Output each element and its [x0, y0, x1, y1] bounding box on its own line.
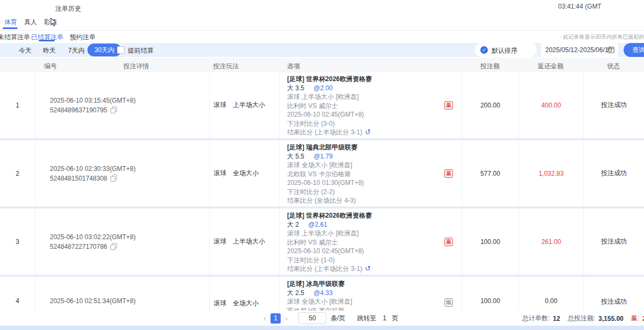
search-button[interactable]: 查询	[624, 43, 644, 57]
totals-summary: 总计单数: 12 总投注额: 3,155.00 赢: 2251.41	[522, 314, 644, 323]
copy-icon[interactable]	[111, 106, 117, 113]
play-type-cell: 滚球 全场大小	[209, 140, 279, 206]
jump-page-value[interactable]: 1	[383, 314, 386, 322]
play-type: 滚球	[214, 299, 226, 308]
play-type: 滚球	[214, 169, 226, 178]
date-range-picker[interactable]: 2025/05/12-2025/06/10	[541, 43, 618, 57]
odds-value: @4.33	[313, 289, 333, 297]
pick-line: 大 2.5 @4.33	[287, 289, 462, 298]
league-name: [足球] 冰岛甲级联赛	[287, 279, 462, 289]
page-title: 注单历史	[55, 4, 81, 13]
default-sort-button[interactable]: ✓ 默认排序	[475, 43, 537, 57]
filter-yesterday[interactable]: 昨天	[43, 46, 56, 55]
replay-icon[interactable]: ↺	[365, 128, 371, 136]
result-score: 结果比分 (上半场比分 3-1)	[287, 265, 362, 272]
odds-value: @1.79	[313, 153, 333, 160]
row-number: 4	[0, 277, 35, 311]
result-score: 结果比分 (全场比分 4-3)	[287, 197, 356, 204]
order-number-line: 5248489637190795	[50, 105, 209, 115]
market-type: 滚球 全场大小 [欧洲盘]	[287, 161, 462, 170]
play-type-cell: 滚球 上半场大小	[209, 209, 279, 275]
lose-badge: 输	[444, 298, 453, 307]
replay-icon[interactable]: ↺	[365, 264, 371, 272]
subtab-reserved[interactable]: 预约注单	[70, 33, 96, 42]
order-number: 5248487227170786	[50, 243, 107, 250]
tab-sports[interactable]: 体育	[4, 18, 17, 27]
jump-page-suffix: 页	[392, 314, 398, 323]
current-page-button[interactable]: 1	[270, 313, 281, 324]
check-circle-icon: ✓	[480, 46, 488, 54]
bet-time: 2025-06-10 02:30:33(GMT+8)	[50, 164, 209, 174]
play-name: 全场大小	[233, 169, 259, 178]
calendar-icon	[608, 46, 614, 53]
match-time: 2025-06-10 02:45(GMT+8)	[287, 247, 462, 256]
bet-details-cell: 2025-06-10 02:51:34(GMT+8)	[35, 277, 209, 311]
bet-time-score: 下注时比分 (3-0)	[287, 119, 462, 128]
bet-details-cell: 2025-06-10 02:30:33(GMT+8) 5248481501748…	[35, 140, 209, 206]
match-teams: 比利时 VS 威尔士	[287, 102, 462, 111]
page-size-input[interactable]	[298, 312, 326, 324]
copy-icon[interactable]	[111, 243, 117, 250]
col-header-details: 投注详情	[123, 62, 149, 71]
pick-line: 大 3.5 @2.00	[287, 84, 462, 93]
filter-today[interactable]: 今天	[19, 46, 32, 55]
table-row: 4 2025-06-10 02:51:34(GMT+8) 滚球 全场大小 [足球…	[0, 277, 644, 311]
match-teams: 北欧联 VS 卡尔伯格斯	[287, 170, 462, 179]
stake-amount: 100.00	[462, 209, 518, 275]
play-name: 上半场大小	[233, 237, 265, 246]
pick-selection: 大 2.5	[287, 289, 304, 297]
col-header-payout: 返还金额	[538, 62, 564, 71]
play-type: 滚球	[214, 237, 226, 246]
col-header-play: 投注玩法	[213, 62, 239, 71]
prev-page-button[interactable]: ‹	[261, 313, 268, 324]
copy-icon[interactable]	[111, 175, 117, 182]
filter-7days[interactable]: 7天内	[68, 46, 85, 55]
bet-status: 投注成功	[583, 277, 644, 311]
total-count-label: 总计单数:	[522, 314, 550, 323]
table-row: 3 2025-06-10 03:02:22(GMT+8) 52484872271…	[0, 209, 644, 277]
match-teams: 富佐尼 VS 塞尔福斯	[287, 306, 462, 311]
result-score-line: 结果比分 (上半场比分 3-1)↺	[287, 128, 462, 137]
next-page-button[interactable]: ›	[283, 313, 290, 324]
payout-amount-cell: 400.00	[518, 72, 583, 138]
bet-details-cell: 2025-06-10 03:02:22(GMT+8) 5248487227170…	[35, 209, 209, 275]
tab-live[interactable]: 真人	[24, 18, 37, 27]
bet-option-cell: [足球] 瑞典北部甲级联赛 大 5.5 @1.79 滚球 全场大小 [欧洲盘] …	[279, 140, 462, 206]
pick-selection: 大 3.5	[287, 84, 304, 92]
bet-time-score: 下注时比分 (1-0)	[287, 256, 462, 265]
win-badge: 赢	[444, 101, 453, 110]
payout-amount: 0.00	[545, 297, 557, 305]
market-type: 滚球 上半场大小 [欧洲盘]	[287, 229, 462, 238]
early-settle-label: 提前结算	[128, 46, 153, 55]
bet-time: 2025-06-10 03:02:22(GMT+8)	[50, 232, 209, 242]
active-tab-underline	[3, 27, 18, 29]
play-type: 滚球	[214, 101, 226, 110]
pick-selection: 大 5.5	[287, 153, 304, 160]
early-settle-checkbox[interactable]	[117, 46, 125, 54]
order-number: 5248489637190795	[50, 106, 107, 114]
table-header: 编号 投注详情 投注玩法 选项 投注额 返还金额 状态	[0, 58, 644, 72]
subtab-unsettled[interactable]: 未结算注单	[0, 33, 30, 42]
bet-status: 投注成功	[583, 209, 644, 275]
pick-selection: 大 2	[287, 221, 299, 228]
play-type-cell: 滚球 全场大小	[209, 277, 279, 311]
payout-amount-cell: 261.00	[518, 209, 583, 275]
market-type: 滚球 上半场大小 [欧洲盘]	[287, 92, 462, 102]
filter-30days[interactable]: 30天内	[87, 44, 121, 56]
record-notice: · 此记录将显示30天内所有已派彩的注单	[560, 33, 644, 41]
win-badge: 赢	[444, 238, 453, 246]
result-score-line: 结果比分 (全场比分 4-3)	[287, 196, 462, 205]
mouse-cursor-icon	[50, 18, 57, 26]
bet-option-cell: [足球] 世界杯2026欧洲资格赛 大 3.5 @2.00 滚球 上半场大小 […	[279, 72, 462, 138]
payout-amount-cell: 0.00	[518, 277, 583, 311]
payout-amount-cell: 1,032.83	[518, 140, 583, 206]
league-name: [足球] 世界杯2026欧洲资格赛	[287, 75, 462, 84]
pagination: ‹ 1 › 条/页 跳转至 1 页	[261, 312, 406, 324]
top-bar: 注单历史 03:41:44 (GMT 体育 真人 彩票	[0, 0, 644, 31]
market-type: 滚球 全场大小 [欧洲盘]	[287, 297, 462, 306]
table-body: 1 2025-06-10 03:15:45(GMT+8) 52484896371…	[0, 72, 644, 311]
bottom-strip	[0, 326, 644, 330]
pick-line: 大 5.5 @1.79	[287, 152, 462, 161]
jump-to-label: 跳转至	[357, 314, 376, 323]
play-type-cell: 滚球 上半场大小	[209, 72, 279, 138]
